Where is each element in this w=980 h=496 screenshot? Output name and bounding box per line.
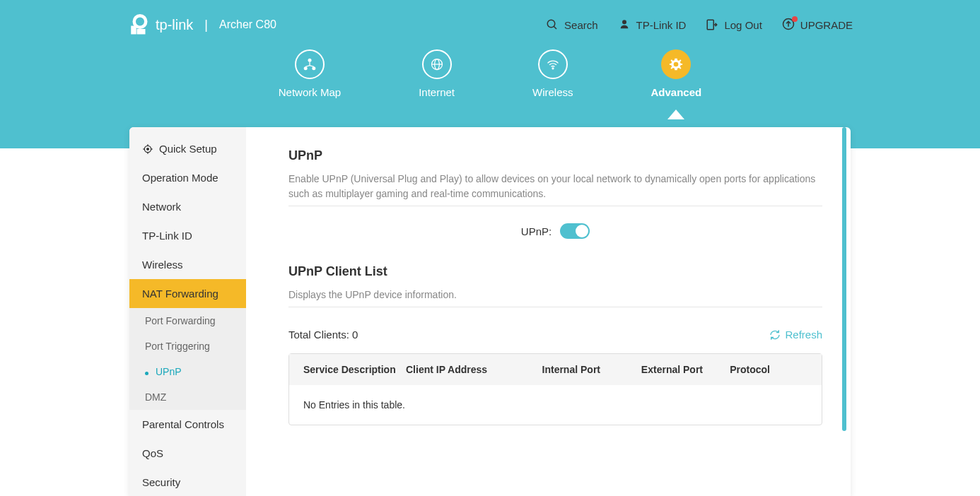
svg-point-9	[304, 66, 308, 70]
network-map-icon	[303, 57, 317, 71]
divider	[288, 206, 822, 206]
svg-rect-6	[708, 20, 714, 30]
col-internal-port: Internal Port	[508, 364, 600, 375]
refresh-button[interactable]: Refresh	[769, 329, 822, 341]
sidebar-nat-forwarding-label: NAT Forwarding	[142, 288, 218, 300]
sidebar-network-label: Network	[142, 201, 181, 213]
nav-internet-label: Internet	[419, 86, 455, 98]
sidebar-sub-upnp[interactable]: UPnP	[129, 359, 246, 384]
sidebar-sub-port-triggering[interactable]: Port Triggering	[129, 333, 246, 359]
sidebar-operation-mode[interactable]: Operation Mode	[129, 163, 246, 192]
sidebar-wireless[interactable]: Wireless	[129, 250, 246, 279]
refresh-label: Refresh	[785, 329, 822, 341]
nav-internet[interactable]: Internet	[419, 49, 455, 98]
svg-line-4	[554, 26, 556, 29]
sub-dmz-label: DMZ	[145, 391, 166, 403]
upnp-toggle[interactable]	[560, 223, 590, 239]
upgrade-label: UPGRADE	[800, 19, 853, 31]
sidebar: Quick Setup Operation Mode Network TP-Li…	[129, 127, 246, 496]
total-clients: Total Clients: 0	[288, 329, 358, 341]
search-label: Search	[564, 19, 598, 31]
section-client-list-title: UPnP Client List	[288, 264, 822, 279]
tplink-id-label: TP-Link ID	[636, 19, 687, 31]
sidebar-security-label: Security	[142, 476, 180, 488]
brand-separator: |	[204, 18, 208, 33]
clients-row: Total Clients: 0 Refresh	[288, 329, 822, 341]
top-actions: Search TP-Link ID Log Out UPGRADE	[546, 18, 853, 33]
sub-port-forwarding-label: Port Forwarding	[145, 315, 216, 326]
section-upnp-title: UPnP	[288, 148, 822, 163]
search-button[interactable]: Search	[546, 18, 598, 31]
sidebar-operation-mode-label: Operation Mode	[142, 172, 218, 184]
upgrade-icon	[782, 18, 795, 30]
table-header: Service Description Client IP Address In…	[289, 354, 822, 385]
upgrade-button[interactable]: UPGRADE	[782, 18, 853, 33]
nav-advanced[interactable]: Advanced	[651, 49, 702, 98]
brand-name: tp-link	[156, 17, 193, 33]
col-protocol: Protocol	[703, 364, 770, 375]
target-icon	[142, 143, 153, 155]
active-dot-icon	[145, 372, 148, 375]
col-external-port: External Port	[600, 364, 703, 375]
col-client-ip: Client IP Address	[406, 364, 508, 375]
nav-advanced-label: Advanced	[651, 86, 702, 98]
svg-point-0	[134, 16, 146, 28]
user-heart-icon	[618, 18, 631, 31]
sidebar-security[interactable]: Security	[129, 468, 246, 496]
sidebar-qos[interactable]: QoS	[129, 439, 246, 468]
client-table: Service Description Client IP Address In…	[288, 353, 822, 425]
upnp-toggle-row: UPnP:	[288, 223, 822, 239]
search-icon	[546, 18, 559, 31]
upnp-toggle-label: UPnP:	[521, 225, 552, 237]
section-client-list-desc: Displays the UPnP device information.	[288, 288, 822, 302]
nav-network-map[interactable]: Network Map	[279, 49, 341, 98]
scrollbar[interactable]	[842, 127, 846, 431]
svg-point-3	[547, 20, 555, 28]
svg-point-16	[147, 148, 149, 150]
nav-wireless[interactable]: Wireless	[532, 49, 573, 98]
nav-wireless-label: Wireless	[532, 86, 573, 98]
divider	[288, 307, 822, 307]
svg-point-14	[552, 68, 554, 69]
tplink-logo-icon	[127, 14, 148, 35]
wifi-icon	[546, 57, 560, 71]
gear-icon	[669, 57, 683, 71]
tplink-id-button[interactable]: TP-Link ID	[618, 18, 687, 31]
sidebar-tplink-id-label: TP-Link ID	[142, 230, 192, 242]
sidebar-sub-port-forwarding[interactable]: Port Forwarding	[129, 308, 246, 333]
topbar: tp-link | Archer C80 Search TP-Link ID L…	[0, 0, 980, 35]
nav-network-map-label: Network Map	[279, 86, 341, 98]
section-upnp-desc: Enable UPnP (Universal Plug and Play) to…	[288, 172, 822, 201]
sidebar-parental-controls[interactable]: Parental Controls	[129, 410, 246, 439]
sidebar-qos-label: QoS	[142, 447, 163, 459]
content-wrapper: Quick Setup Operation Mode Network TP-Li…	[129, 127, 851, 496]
logout-label: Log Out	[724, 19, 762, 31]
main-panel: UPnP Enable UPnP (Universal Plug and Pla…	[246, 127, 851, 496]
brand-model: Archer C80	[219, 18, 276, 31]
sidebar-tplink-id[interactable]: TP-Link ID	[129, 221, 246, 250]
header-banner: tp-link | Archer C80 Search TP-Link ID L…	[0, 0, 980, 148]
refresh-icon	[769, 329, 781, 341]
main-nav: Network Map Internet Wireless Advanced	[0, 49, 980, 98]
svg-point-10	[312, 66, 315, 70]
sidebar-quick-setup[interactable]: Quick Setup	[129, 134, 246, 163]
sidebar-nat-forwarding[interactable]: NAT Forwarding	[129, 279, 246, 308]
table-empty-row: No Entries in this table.	[289, 385, 822, 425]
svg-rect-1	[131, 26, 136, 35]
sub-upnp-label: UPnP	[156, 366, 182, 377]
logout-button[interactable]: Log Out	[706, 18, 762, 31]
sidebar-sub-dmz[interactable]: DMZ	[129, 384, 246, 410]
col-service-desc: Service Description	[303, 364, 406, 375]
brand: tp-link | Archer C80	[127, 14, 276, 35]
svg-point-8	[308, 59, 311, 62]
sidebar-network[interactable]: Network	[129, 192, 246, 221]
sidebar-parental-label: Parental Controls	[142, 418, 224, 430]
svg-point-5	[622, 20, 626, 24]
sidebar-wireless-label: Wireless	[142, 259, 183, 271]
logout-icon	[706, 18, 718, 31]
sidebar-quick-setup-label: Quick Setup	[159, 143, 217, 155]
globe-icon	[430, 57, 444, 71]
sub-port-triggering-label: Port Triggering	[145, 341, 210, 352]
svg-rect-2	[137, 29, 146, 35]
